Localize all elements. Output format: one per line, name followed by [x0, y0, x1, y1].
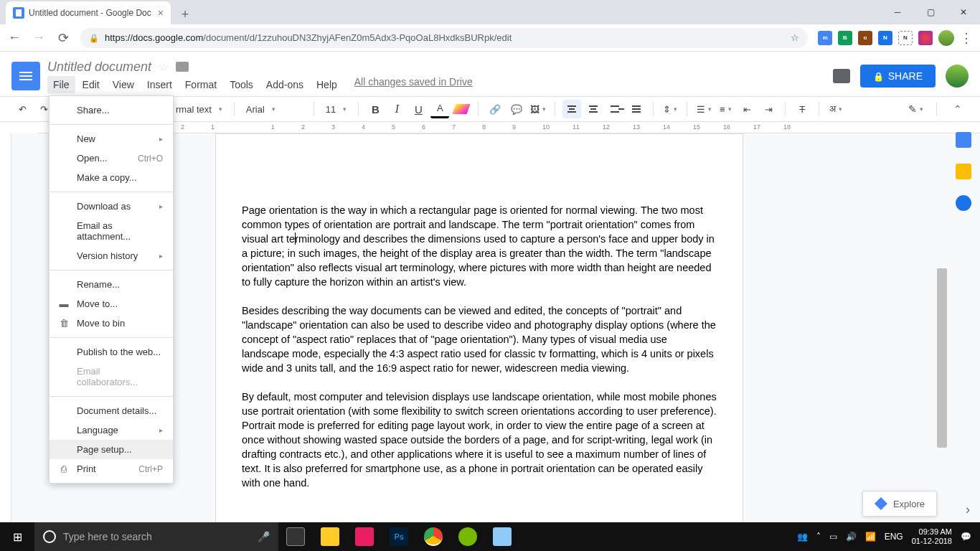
people-icon[interactable]: 👥	[797, 532, 808, 542]
extension-icon[interactable]: o	[858, 31, 872, 45]
align-center-button[interactable]	[584, 100, 603, 118]
extension-icon[interactable]: B	[838, 31, 852, 45]
reload-button[interactable]: ⟳	[56, 30, 70, 46]
menu-print[interactable]: ⎙PrintCtrl+P	[50, 459, 173, 479]
menu-make-copy[interactable]: Make a copy...	[50, 168, 173, 187]
comments-icon[interactable]	[833, 69, 850, 83]
language-indicator[interactable]: ENG	[885, 532, 903, 542]
horizontal-ruler[interactable]: document.write(''); 21123456789101112131…	[37, 122, 980, 133]
tray-chevron-icon[interactable]: ˄	[816, 532, 821, 542]
extension-icon[interactable]: N	[898, 31, 913, 45]
extension-icon[interactable]: N	[878, 31, 892, 45]
volume-icon[interactable]: 🔊	[846, 532, 857, 542]
file-explorer-icon[interactable]	[313, 522, 347, 551]
minimize-button[interactable]: ─	[881, 0, 914, 24]
save-status[interactable]: All changes saved in Drive	[354, 76, 473, 93]
maximize-button[interactable]: ▢	[914, 0, 947, 24]
utorrent-icon[interactable]	[451, 522, 485, 551]
start-button[interactable]: ⊞	[0, 522, 34, 551]
close-button[interactable]: ✕	[947, 0, 980, 24]
menu-email-attachment[interactable]: Email as attachment...	[50, 216, 173, 246]
menu-move-to[interactable]: ▬Move to...	[50, 294, 173, 314]
notepad-icon[interactable]	[485, 522, 519, 551]
align-justify-button[interactable]	[627, 100, 646, 118]
document-page[interactable]: Page orientation is the way in which a r…	[215, 133, 743, 535]
text-color-button[interactable]: A	[430, 100, 449, 118]
menu-rename[interactable]: Rename...	[50, 275, 173, 294]
line-spacing-button[interactable]: ⇕	[661, 100, 679, 118]
star-icon[interactable]: ☆	[159, 60, 169, 74]
extension-icon[interactable]	[918, 31, 933, 45]
undo-button[interactable]: ↶	[13, 100, 32, 118]
forward-button[interactable]: →	[32, 30, 46, 45]
battery-icon[interactable]: ▭	[829, 532, 837, 542]
clock[interactable]: 09:39 AM 01-12-2018	[912, 527, 952, 546]
bookmark-star-icon[interactable]: ☆	[791, 32, 799, 43]
clear-format-button[interactable]: T	[793, 100, 811, 118]
menu-insert[interactable]: Insert	[141, 76, 178, 93]
docs-logo-icon[interactable]	[11, 62, 40, 90]
menu-publish-web[interactable]: Publish to the web...	[50, 342, 173, 362]
paragraph[interactable]: By default, most computer and television…	[242, 390, 717, 490]
calendar-icon[interactable]	[956, 132, 971, 148]
font-select[interactable]: Arial	[242, 104, 306, 115]
menu-page-setup[interactable]: Page setup...	[50, 440, 173, 459]
paragraph[interactable]: Page orientation is the way in which a r…	[242, 203, 717, 289]
chrome-icon[interactable]	[416, 522, 451, 551]
menu-addons[interactable]: Add-ons	[260, 76, 309, 93]
bullet-list-button[interactable]: ☰	[694, 100, 713, 118]
indent-button[interactable]: ⇥	[759, 100, 778, 118]
align-right-button[interactable]	[606, 100, 624, 118]
menu-share[interactable]: Share...	[50, 100, 173, 120]
outdent-button[interactable]: ⇤	[738, 100, 756, 118]
explore-button[interactable]: Explore	[862, 491, 937, 517]
scrollbar[interactable]	[937, 268, 947, 448]
document-title[interactable]: Untitled document	[47, 60, 151, 75]
align-left-button[interactable]	[562, 100, 581, 118]
photoshop-icon[interactable]: Ps	[382, 522, 416, 551]
menu-view[interactable]: View	[107, 76, 140, 93]
highlight-button[interactable]	[452, 100, 471, 118]
keep-icon[interactable]	[956, 164, 971, 179]
menu-download-as[interactable]: Download as	[50, 197, 173, 216]
menu-help[interactable]: Help	[311, 76, 343, 93]
menu-version-history[interactable]: Version history	[50, 246, 173, 265]
italic-button[interactable]: I	[387, 100, 406, 118]
browser-menu-icon[interactable]: ⋮	[960, 30, 973, 46]
bold-button[interactable]: B	[366, 100, 385, 118]
account-avatar[interactable]	[946, 65, 969, 88]
image-button[interactable]: 🖼	[529, 100, 547, 118]
new-tab-button[interactable]: +	[175, 4, 195, 24]
menu-tools[interactable]: Tools	[224, 76, 259, 93]
back-button[interactable]: ←	[7, 30, 22, 45]
editing-mode-button[interactable]: ✎	[906, 100, 925, 118]
tab-close-icon[interactable]: ×	[158, 7, 164, 19]
profile-avatar-icon[interactable]	[938, 30, 954, 46]
mic-icon[interactable]: 🎤	[258, 531, 270, 542]
task-view-button[interactable]	[278, 522, 313, 551]
link-button[interactable]: 🔗	[486, 100, 504, 118]
taskbar-search[interactable]: Type here to search 🎤	[34, 522, 278, 551]
side-panel-toggle[interactable]: ›	[966, 502, 970, 517]
numbered-list-button[interactable]: ≡	[716, 100, 735, 118]
input-tools-button[interactable]: अ	[826, 100, 845, 118]
notifications-icon[interactable]: 💬	[961, 532, 971, 542]
extension-icon[interactable]: m	[818, 31, 832, 45]
url-bar[interactable]: https://docs.google.com/document/d/1zzuh…	[80, 28, 808, 48]
style-select[interactable]: rmal text	[171, 104, 227, 115]
menu-edit[interactable]: Edit	[77, 76, 105, 93]
app-icon[interactable]	[347, 522, 382, 551]
menu-document-details[interactable]: Document details...	[50, 401, 173, 420]
menu-language[interactable]: Language	[50, 420, 173, 440]
underline-button[interactable]: U	[409, 100, 428, 118]
menu-format[interactable]: Format	[179, 76, 222, 93]
folder-icon[interactable]	[176, 62, 189, 72]
comment-button[interactable]: 💬	[507, 100, 526, 118]
menu-file[interactable]: File	[47, 76, 75, 93]
browser-tab[interactable]: Untitled document - Google Doc ×	[6, 1, 171, 24]
font-size-select[interactable]: 11	[321, 104, 351, 115]
share-button[interactable]: SHARE	[860, 65, 936, 88]
vertical-ruler[interactable]	[0, 133, 11, 535]
menu-open[interactable]: Open...Ctrl+O	[50, 149, 173, 168]
tasks-icon[interactable]	[956, 195, 971, 211]
